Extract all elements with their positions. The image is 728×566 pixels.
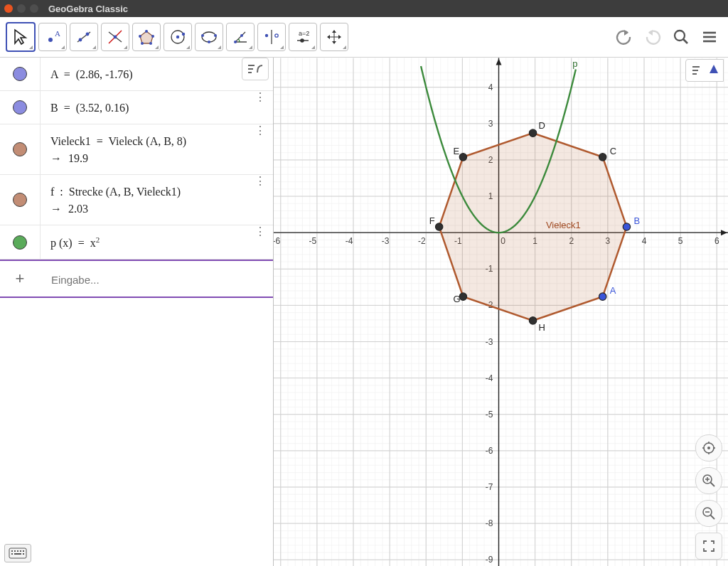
tool-perpendicular[interactable] — [101, 23, 129, 51]
window-minimize-icon[interactable] — [17, 4, 26, 13]
svg-point-15 — [176, 36, 179, 38]
point-F — [435, 223, 442, 230]
svg-rect-41 — [14, 550, 16, 552]
svg-text:-5: -5 — [309, 236, 317, 246]
svg-line-32 — [683, 39, 687, 43]
svg-point-254 — [707, 447, 710, 449]
algebra-row-Vieleck1[interactable]: Vieleck1 = Vieleck (A, B, 8)→ 19.9⋮ — [0, 124, 273, 175]
tool-polygon[interactable] — [132, 23, 161, 51]
algebra-definition[interactable]: Vieleck1 = Vieleck (A, B, 8)→ 19.9 — [41, 124, 273, 174]
tool-angle[interactable] — [226, 23, 255, 51]
row-menu-button[interactable]: ⋮ — [255, 179, 266, 183]
graphics-canvas[interactable]: -6-5-4-3-2-101234564321-1-2-3-4-5-6-7-8-… — [274, 58, 728, 566]
svg-marker-8 — [140, 31, 153, 43]
home-zoom-button[interactable] — [695, 434, 722, 461]
svg-text:-9: -9 — [486, 555, 493, 565]
algebra-definition[interactable]: A = (2.86, -1.76) — [41, 58, 273, 90]
svg-text:a=2: a=2 — [299, 30, 309, 37]
algebra-row-p[interactable]: p (x) = x2⋮ — [0, 225, 273, 260]
svg-text:4: 4 — [642, 236, 647, 246]
tool-point[interactable]: A — [38, 23, 67, 51]
point-H — [529, 317, 536, 324]
virtual-keyboard-button[interactable] — [4, 544, 31, 562]
svg-marker-252 — [710, 65, 718, 73]
tool-reflect[interactable] — [257, 23, 286, 51]
svg-text:-3: -3 — [382, 236, 390, 246]
svg-text:-3: -3 — [486, 337, 493, 347]
point-D — [529, 129, 536, 137]
color-circle-icon — [13, 142, 27, 156]
algebra-definition[interactable]: f : Strecke (A, B, Vieleck1)→ 2.03 — [41, 175, 273, 225]
algebra-sort-button[interactable] — [242, 58, 269, 80]
svg-text:Vieleck1: Vieleck1 — [546, 220, 581, 230]
svg-rect-43 — [20, 550, 21, 552]
svg-rect-42 — [17, 550, 18, 552]
row-menu-button[interactable]: ⋮ — [255, 230, 266, 234]
algebra-input[interactable] — [50, 273, 263, 287]
window-close-icon[interactable] — [4, 4, 13, 13]
svg-text:D: D — [539, 120, 545, 131]
svg-point-18 — [201, 34, 204, 37]
undo-button[interactable] — [611, 24, 637, 50]
algebra-input-row[interactable]: + — [0, 260, 273, 298]
svg-text:G: G — [453, 294, 460, 304]
visibility-toggle[interactable] — [0, 124, 41, 174]
tool-circle-center[interactable] — [164, 23, 192, 51]
svg-point-9 — [145, 30, 148, 33]
svg-text:5: 5 — [678, 236, 683, 246]
fullscreen-button[interactable] — [695, 533, 722, 560]
zoom-out-button[interactable] — [695, 500, 722, 527]
visibility-toggle[interactable] — [0, 225, 41, 259]
window-title: GeoGebra Classic — [48, 4, 128, 14]
graphics-style-button[interactable] — [685, 59, 724, 82]
svg-text:A: A — [610, 285, 616, 296]
svg-rect-40 — [11, 550, 13, 552]
title-bar: GeoGebra Classic — [0, 0, 728, 17]
algebra-row-A[interactable]: A = (2.86, -1.76) — [0, 58, 273, 91]
svg-point-24 — [265, 34, 268, 37]
svg-text:C: C — [610, 146, 616, 156]
tool-line[interactable] — [70, 23, 98, 51]
menu-button[interactable] — [697, 24, 722, 50]
zoom-in-button[interactable] — [695, 467, 722, 494]
point-G — [459, 293, 466, 300]
tool-conic[interactable] — [195, 23, 223, 51]
algebra-definition[interactable]: B = (3.52, 0.16) — [41, 91, 273, 124]
add-object-button[interactable]: + — [0, 261, 40, 297]
svg-point-11 — [149, 42, 152, 45]
color-circle-icon — [13, 100, 27, 114]
tool-move[interactable] — [6, 22, 36, 52]
visibility-toggle[interactable] — [0, 58, 41, 90]
point-E — [459, 154, 466, 161]
svg-text:B: B — [633, 215, 640, 226]
svg-point-16 — [182, 33, 185, 36]
window-maximize-icon[interactable] — [30, 4, 38, 13]
svg-text:4: 4 — [488, 82, 493, 92]
search-button[interactable] — [668, 24, 694, 50]
visibility-toggle[interactable] — [0, 175, 41, 225]
svg-text:H: H — [539, 322, 545, 333]
svg-rect-46 — [14, 553, 21, 555]
svg-line-264 — [711, 516, 715, 520]
row-menu-button[interactable]: ⋮ — [255, 129, 266, 133]
svg-text:E: E — [453, 146, 459, 156]
color-circle-icon — [13, 193, 27, 207]
color-circle-icon — [13, 67, 27, 81]
svg-text:3: 3 — [488, 119, 493, 129]
svg-text:-5: -5 — [486, 410, 493, 420]
algebra-row-B[interactable]: B = (3.52, 0.16)⋮ — [0, 91, 273, 124]
svg-text:-7: -7 — [486, 482, 493, 492]
svg-point-13 — [139, 35, 141, 38]
row-menu-button[interactable]: ⋮ — [255, 95, 266, 100]
redo-button[interactable] — [640, 24, 665, 50]
svg-rect-47 — [23, 553, 24, 555]
svg-text:A: A — [55, 29, 60, 38]
graphics-view[interactable]: -6-5-4-3-2-101234564321-1-2-3-4-5-6-7-8-… — [274, 58, 728, 566]
svg-point-0 — [48, 38, 53, 42]
tool-move-view[interactable] — [320, 23, 348, 51]
tool-slider[interactable]: a=2 — [289, 23, 317, 51]
svg-point-4 — [86, 33, 90, 36]
visibility-toggle[interactable] — [0, 91, 41, 124]
algebra-definition[interactable]: p (x) = x2 — [41, 225, 273, 259]
algebra-row-f[interactable]: f : Strecke (A, B, Vieleck1)→ 2.03⋮ — [0, 175, 273, 225]
